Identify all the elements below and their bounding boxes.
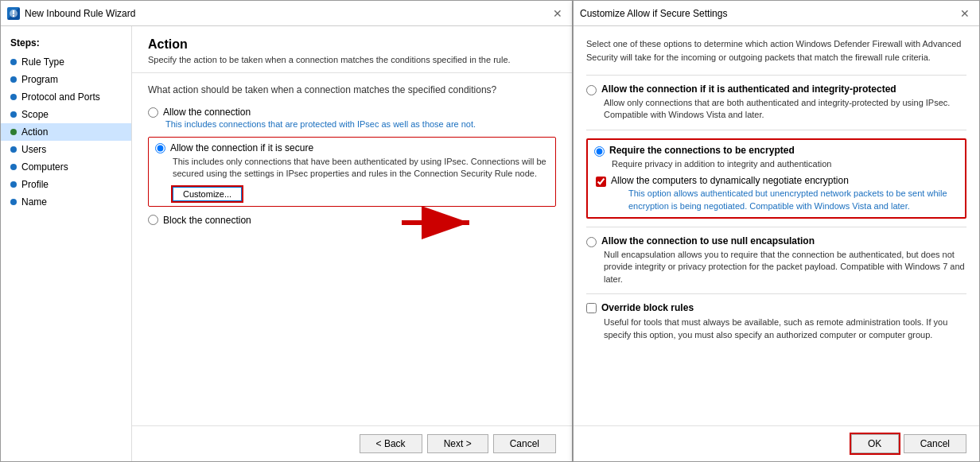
- step-dot: [10, 76, 17, 83]
- encrypt-checkbox-label: Allow the computers to dynamically negot…: [611, 175, 959, 186]
- right-dialog-body: Select one of these options to determine…: [574, 26, 979, 425]
- sidebar-item-scope[interactable]: Scope: [1, 106, 131, 123]
- sidebar-item-program[interactable]: Program: [1, 71, 131, 88]
- step-dot: [10, 199, 17, 205]
- option-block-text: Block the connection: [163, 215, 251, 226]
- sidebar-item-label: Action: [21, 126, 48, 138]
- right-dialog-footer: OK Cancel: [574, 425, 979, 461]
- steps-header: Steps:: [1, 33, 131, 53]
- right-option-encrypted: Require the connections to be encrypted …: [586, 138, 966, 219]
- right-ok-button[interactable]: OK: [851, 434, 899, 453]
- option-allow-radio[interactable]: [148, 107, 158, 118]
- right-option-authenticated-desc: Allow only connections that are both aut…: [604, 97, 966, 122]
- option-block: Block the connection: [148, 215, 556, 226]
- right-dialog-title: Customize Allow if Secure Settings: [580, 8, 957, 19]
- sidebar-item-label: Rule Type: [21, 56, 64, 68]
- step-dot: [10, 59, 17, 65]
- option-allow-secure-radio[interactable]: [155, 143, 165, 153]
- left-dialog-body: Steps: Rule Type Program Protocol and Po…: [1, 26, 572, 461]
- option-allow-sublabel: This includes connections that are prote…: [165, 119, 556, 129]
- right-option-encrypted-radio[interactable]: [594, 146, 605, 157]
- option-allow-secure-label[interactable]: Allow the connection if it is secure: [155, 142, 549, 153]
- right-divider-3: [586, 227, 966, 227]
- steps-sidebar: Steps: Rule Type Program Protocol and Po…: [1, 26, 132, 461]
- sidebar-item-users[interactable]: Users: [1, 141, 131, 158]
- step-dot: [10, 129, 17, 135]
- left-titlebar: New Inbound Rule Wizard ✕: [1, 1, 572, 26]
- sidebar-item-label: Protocol and Ports: [21, 91, 100, 103]
- right-option-null-encap-desc: Null encapsulation allows you to require…: [604, 249, 966, 285]
- left-close-button[interactable]: ✕: [550, 6, 566, 21]
- right-divider-4: [586, 293, 966, 294]
- step-dot: [10, 94, 17, 100]
- sidebar-item-label: Program: [21, 74, 58, 85]
- step-dot: [10, 164, 17, 170]
- cancel-button[interactable]: Cancel: [493, 434, 556, 453]
- step-dot: [10, 181, 17, 188]
- sidebar-item-label: Users: [21, 144, 46, 155]
- sidebar-item-protocol[interactable]: Protocol and Ports: [1, 88, 131, 106]
- sidebar-item-rule-type[interactable]: Rule Type: [1, 53, 131, 71]
- sidebar-item-label: Computers: [21, 161, 68, 173]
- option-allow-label[interactable]: Allow the connection: [148, 107, 556, 118]
- right-option-authenticated-label[interactable]: Allow the connection if it is authentica…: [586, 83, 966, 95]
- wizard-icon: [7, 7, 20, 20]
- sidebar-item-label: Name: [21, 196, 47, 208]
- override-checkbox[interactable]: [586, 303, 597, 313]
- override-label[interactable]: Override block rules: [586, 302, 966, 313]
- right-option-null-encap-label[interactable]: Allow the connection to use null encapsu…: [586, 235, 966, 247]
- option-block-label[interactable]: Block the connection: [148, 215, 556, 226]
- option-allow: Allow the connection This includes conne…: [148, 107, 556, 129]
- right-option-authenticated-title: Allow the connection if it is authentica…: [601, 83, 896, 95]
- left-dialog-footer: < Back Next > Cancel: [132, 425, 572, 461]
- sidebar-item-name[interactable]: Name: [1, 193, 131, 211]
- sidebar-item-computers[interactable]: Computers: [1, 158, 131, 176]
- option-block-radio[interactable]: [148, 215, 158, 225]
- encrypt-checkbox[interactable]: [596, 177, 606, 187]
- sidebar-item-profile[interactable]: Profile: [1, 176, 131, 193]
- step-dot: [10, 111, 17, 118]
- sidebar-item-label: Scope: [21, 109, 49, 120]
- right-close-button[interactable]: ✕: [957, 6, 973, 21]
- right-option-null-encap-radio[interactable]: [586, 237, 597, 247]
- option-allow-secure-text: Allow the connection if it is secure: [170, 142, 313, 153]
- action-desc: Specify the action to be taken when a co…: [148, 55, 556, 64]
- svg-rect-2: [13, 15, 14, 17]
- encrypt-checkbox-text: Allow the computers to dynamically negot…: [611, 175, 959, 212]
- override-desc: Useful for tools that must always be ava…: [604, 316, 966, 341]
- action-header: Action Specify the action to be taken wh…: [132, 26, 572, 73]
- right-dialog: Customize Allow if Secure Settings ✕ Sel…: [573, 0, 980, 462]
- svg-rect-1: [13, 10, 14, 14]
- right-divider-2: [586, 130, 966, 130]
- encrypt-checkbox-row: Allow the computers to dynamically negot…: [596, 175, 959, 212]
- sidebar-item-label: Profile: [21, 179, 49, 190]
- left-dialog: New Inbound Rule Wizard ✕ Steps: Rule Ty…: [0, 0, 573, 462]
- option-allow-secure: Allow the connection if it is secure Thi…: [148, 137, 556, 207]
- step-dot: [10, 146, 17, 153]
- option-allow-text: Allow the connection: [163, 107, 251, 118]
- right-divider-1: [586, 75, 966, 76]
- back-button[interactable]: < Back: [360, 434, 422, 453]
- right-option-authenticated-radio[interactable]: [586, 85, 597, 95]
- override-label-text: Override block rules: [601, 302, 694, 313]
- right-option-null-encap: Allow the connection to use null encapsu…: [586, 235, 966, 285]
- action-title: Action: [148, 37, 556, 52]
- right-option-encrypted-title: Require the connections to be encrypted: [609, 145, 795, 156]
- right-titlebar: Customize Allow if Secure Settings ✕: [574, 1, 979, 26]
- encrypt-checkbox-sublabel: This option allows authenticated but une…: [628, 188, 959, 212]
- right-cancel-button[interactable]: Cancel: [904, 434, 966, 453]
- content-question: What action should be taken when a conne…: [148, 84, 556, 95]
- right-option-null-encap-title: Allow the connection to use null encapsu…: [601, 235, 815, 247]
- override-section: Override block rules Useful for tools th…: [586, 302, 966, 341]
- right-dialog-desc: Select one of these options to determine…: [586, 37, 966, 64]
- customize-button[interactable]: Customize...: [173, 187, 242, 201]
- right-option-encrypted-desc: Require privacy in addition to integrity…: [612, 158, 959, 170]
- sidebar-item-action[interactable]: Action: [1, 123, 131, 141]
- right-option-encrypted-label[interactable]: Require the connections to be encrypted: [594, 145, 959, 157]
- main-content: Action Specify the action to be taken wh…: [132, 26, 572, 461]
- option-allow-secure-desc: This includes only connections that have…: [173, 156, 549, 181]
- content-area: What action should be taken when a conne…: [132, 73, 572, 425]
- next-button[interactable]: Next >: [427, 434, 488, 453]
- right-option-authenticated: Allow the connection if it is authentica…: [586, 83, 966, 122]
- left-dialog-title: New Inbound Rule Wizard: [25, 8, 550, 19]
